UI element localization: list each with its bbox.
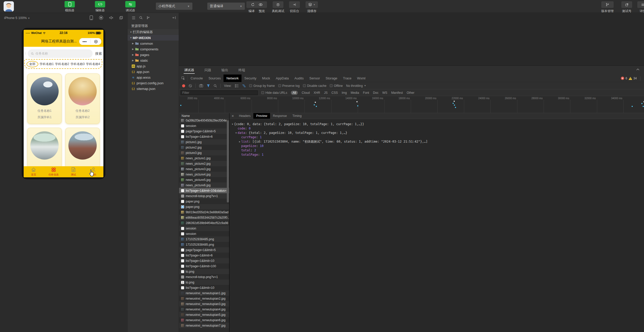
device-selector[interactable]: iPhone 5 100% ▼	[4, 16, 30, 20]
tab-任务信息[interactable]: 任务信息	[44, 166, 64, 177]
search-button[interactable]: 搜索	[95, 51, 102, 56]
request-row[interactable]: picture3.jpg	[179, 150, 229, 155]
close-icon[interactable]: ✕	[229, 113, 236, 119]
outline-list-icon[interactable]	[132, 16, 136, 20]
request-row[interactable]: to.png	[179, 269, 229, 274]
devtools-tab-audits[interactable]: Audits	[292, 75, 307, 82]
devtools-tab-network[interactable]: Network	[223, 75, 242, 82]
compile-mode-dropdown[interactable]: 普通编译 ▼	[207, 3, 245, 10]
request-row[interactable]: mescroll-totop.png?v=1	[179, 193, 229, 199]
request-row[interactable]: paper.png	[179, 199, 229, 204]
details-button[interactable]	[637, 1, 644, 8]
request-row[interactable]: picture2.jpg	[179, 145, 229, 150]
request-row[interactable]: 9b019ed355d24c3e88b63a5ad	[179, 209, 229, 215]
request-row[interactable]: news_picture6.jpg	[179, 182, 229, 188]
compile-refresh-icon[interactable]	[251, 3, 255, 7]
request-row[interactable]: news_picture4.jpg	[179, 172, 229, 177]
request-row[interactable]: session	[179, 123, 229, 128]
request-row[interactable]: list?page=1&limit=10&status=	[179, 188, 229, 193]
checkbox-disable-cache[interactable]: Disable cache	[303, 84, 326, 88]
clear-cache-button[interactable]: ▼	[306, 1, 318, 8]
tab-我的[interactable]: 我的	[84, 166, 104, 177]
task-card[interactable]: 任务名称1所属学科1	[27, 73, 62, 124]
folder-pages[interactable]: ▶pages	[128, 52, 179, 58]
device-debug-button[interactable]	[273, 1, 283, 8]
task-card[interactable]: 任务名称2所属学科2	[65, 73, 100, 124]
devtools-tab-mock[interactable]: Mock	[259, 75, 273, 82]
tab-首页[interactable]: 首页	[24, 166, 44, 177]
mode-dropdown[interactable]: 小程序模式 ▼	[156, 3, 192, 10]
project-root[interactable]: ▼ MP-WEIXIN	[128, 35, 179, 41]
expand-chevron-icon[interactable]: 〉	[24, 51, 28, 56]
tree-arrow-icon[interactable]: ▼	[231, 122, 234, 126]
git-branch-icon[interactable]	[146, 16, 150, 20]
type-filter-other[interactable]: Other	[407, 91, 414, 95]
request-row[interactable]: list?page=1&limit=10	[179, 258, 229, 263]
request-row[interactable]: list?page=1&limit=10	[179, 285, 229, 290]
devtools-tab-wxml[interactable]: Wxml	[354, 75, 368, 82]
type-filter-img[interactable]: Img	[342, 91, 347, 95]
checkbox-preserve-log[interactable]: Preserve log	[278, 84, 300, 88]
type-filter-cloud[interactable]: Cloud	[302, 91, 310, 95]
request-row[interactable]: news_picture3.jpg	[179, 166, 229, 172]
devtools-tab-console[interactable]: Console	[188, 75, 206, 82]
panel-tab-问题[interactable]: 问题	[204, 66, 212, 74]
devtools-tab-sources[interactable]: Sources	[206, 75, 224, 82]
request-row[interactable]: renwuxinxi_renwutupian2.jpg	[179, 296, 229, 301]
editor-area[interactable]	[179, 13, 644, 66]
search-input[interactable]: 任务名称	[28, 49, 93, 58]
request-row[interactable]: session	[179, 231, 229, 236]
request-row[interactable]: news_picture2.jpg	[179, 161, 229, 166]
version-manage-button[interactable]	[601, 1, 614, 8]
file-app.json[interactable]: {.}app.json	[128, 69, 179, 75]
request-row[interactable]: list?page=1&limit=6	[179, 134, 229, 139]
user-avatar[interactable]	[4, 1, 14, 12]
panel-tab-终端[interactable]: 终端	[238, 66, 246, 74]
filter-input[interactable]: Filter	[181, 90, 258, 95]
devtools-tab-storage[interactable]: Storage	[323, 75, 340, 82]
request-row[interactable]: news_picture5.jpg	[179, 177, 229, 182]
request-row[interactable]: ❯to.png	[179, 280, 229, 285]
search-icon[interactable]	[213, 84, 217, 88]
mute-icon[interactable]	[109, 16, 113, 20]
type-filter-font[interactable]: Font	[363, 91, 369, 95]
type-filter-media[interactable]: Media	[351, 91, 359, 95]
view-waterfall-icon[interactable]	[242, 84, 246, 87]
devtools-tab-security[interactable]: Security	[242, 75, 259, 82]
type-filter-css[interactable]: CSS	[332, 91, 338, 95]
open-editors-section[interactable]: ▼ 打开的编辑器	[128, 29, 179, 35]
collapse-chevron-icon[interactable]	[636, 68, 639, 70]
request-row[interactable]: 0a39b2f3e400450b29ecf304e	[179, 119, 229, 123]
multi-window-icon[interactable]	[119, 16, 123, 20]
type-filter-doc[interactable]: Doc	[373, 91, 378, 95]
collapse-panel-icon[interactable]	[172, 16, 176, 20]
json-preview[interactable]: ▼{code: 0, data: {total: 2, pageSize: 10…	[229, 119, 644, 157]
preview-tab-response[interactable]: Response	[270, 113, 290, 119]
type-filter-all[interactable]: All	[291, 91, 298, 95]
folder-static[interactable]: ▶static	[128, 58, 179, 63]
preview-eye-icon[interactable]	[258, 3, 263, 6]
type-filter-ws[interactable]: WS	[382, 91, 387, 95]
subject-tab[interactable]: 学科名称1	[40, 62, 54, 66]
clear-icon[interactable]	[189, 84, 192, 88]
file-sitemap.json[interactable]: {.}sitemap.json	[128, 86, 179, 91]
preview-tab-timing[interactable]: Timing	[290, 113, 305, 119]
panel-tab-输出[interactable]: 输出	[221, 66, 229, 74]
request-row[interactable]: list?page=1&limit=100	[179, 263, 229, 269]
request-row[interactable]: renwuxinxi_renwutupian4.jpg	[179, 307, 229, 312]
subject-tab[interactable]: 全部	[26, 61, 38, 67]
request-row[interactable]: paper.png	[179, 204, 229, 209]
checkbox-offline[interactable]: Offline	[330, 84, 343, 88]
request-row[interactable]: e866eac60553442587c2b20f0...	[179, 215, 229, 220]
request-row[interactable]: mescroll-totop.png?v=1	[179, 274, 229, 280]
request-row[interactable]: renwuxinxi_renwutupian3.jpg	[179, 301, 229, 307]
request-row[interactable]: 1710252838485.png	[179, 242, 229, 247]
phone-frame-icon[interactable]	[90, 15, 93, 20]
console-badges[interactable]: ✕ 6 34	[621, 75, 644, 82]
search-icon[interactable]	[139, 16, 143, 20]
request-row[interactable]: renwuxinxi_renwutupian6.jpg	[179, 317, 229, 323]
subject-tab[interactable]: 学科名称2	[55, 62, 69, 66]
request-row[interactable]: renwuxinxi_renwutupian1.jpg	[179, 290, 229, 296]
hide-data-urls-checkbox[interactable]: Hide data URLs	[261, 91, 287, 95]
type-filter-js[interactable]: JS	[324, 91, 328, 95]
